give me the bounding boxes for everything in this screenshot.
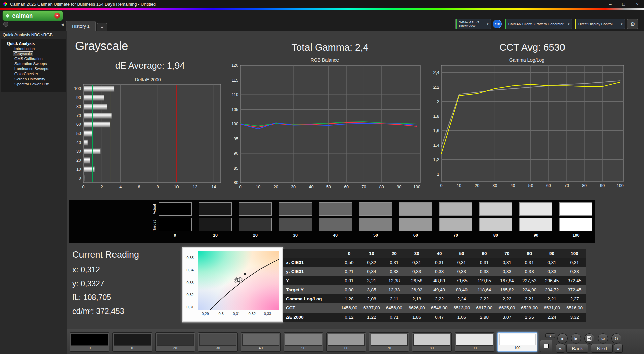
calman-logo-menu[interactable]: ❖ calman ▼ [3,11,63,21]
level-button-80[interactable]: 80 [412,332,452,352]
cell-target-y-10: 3,85 [360,287,383,292]
cie-diagram[interactable]: 0,350,340,330,320,310,290,30,310,320,33 [182,247,283,322]
level-button-10[interactable]: 10 [112,332,152,352]
infinity-icon: ∞ [601,336,605,341]
svg-text:10: 10 [76,167,81,172]
tree-root[interactable]: Quick Analysis [1,41,66,46]
cell-cct-50: 6513,00 [451,305,473,311]
close-button[interactable]: × [631,0,644,8]
svg-text:70: 70 [564,183,569,188]
tab-history-1[interactable]: History 1 [66,21,96,31]
table-col-0: 0 [338,251,360,256]
cell-gamma-log-log-10: 2,08 [360,296,383,301]
cell-e-2000-90: 2,24 [541,315,563,320]
target-swatch-100 [559,218,592,231]
plus-icon: + [101,25,103,30]
sidebar-item-introduction[interactable]: Introduction [13,46,36,51]
save-button[interactable] [584,333,594,344]
sidebar-collapse-button[interactable]: ◀ [59,22,65,27]
continuous-measure-button[interactable]: ∞ [598,333,608,344]
cell-cct-30: 6626,00 [406,305,428,311]
app-icon [3,2,7,6]
table-col-10: 10 [360,251,383,256]
pattern-window-button[interactable] [540,340,552,352]
cie-x-tick-0,33: 0,33 [261,312,274,316]
svg-text:8: 8 [157,185,159,189]
table-col-70: 70 [495,251,518,256]
target-swatch-90 [519,218,552,231]
settings-button[interactable]: ⚙ [627,19,638,29]
next-button[interactable]: Next [591,344,613,353]
cell-e-2000-10: 1,22 [360,315,383,320]
svg-text:10: 10 [256,185,260,189]
results-table: 0102030405060708090100x: CIE310,500,320,… [283,249,586,322]
strip-target-row [159,218,592,231]
sidebar-item-grayscale[interactable]: Grayscale [13,51,33,56]
cell-e-2000-80: 2,55 [518,315,541,320]
strip-label-row: 0102030405060708090100 [159,233,592,238]
back-skip-button[interactable]: « [556,344,565,353]
svg-text:30: 30 [291,185,296,189]
play-button[interactable]: ▶ [571,333,581,344]
loop-button[interactable]: ↻ [611,333,621,344]
window-title: Calman 2025 Calman Ultimate for Business… [10,2,156,7]
actual-swatch-60 [399,202,432,216]
meter-badge[interactable]: 718 [493,20,502,28]
cell-y-20: 12,38 [383,278,406,283]
level-button-20[interactable]: 20 [155,332,195,352]
level-label-0: 0 [71,346,108,350]
pattern-generator-select[interactable]: CalMAN Client 3 Pattern Generator ▼ [505,19,572,29]
add-tab-button[interactable]: + [97,23,107,31]
cell-target-y-20: 12,33 [383,287,406,292]
strip-level-label-100: 100 [559,233,592,238]
svg-text:1: 1 [437,172,439,177]
next-skip-button[interactable]: » [614,344,623,353]
deltae-chart: DeltaE 2000 0246810121410090807060504030… [69,76,227,191]
minimize-button[interactable]: – [604,0,617,8]
sidebar-item-cms-calibration[interactable]: CMS Calibration [13,56,44,61]
cell-x-cie31-10: 0,32 [360,260,383,265]
level-button-100[interactable]: 100 [497,332,537,352]
cie-y-tick-0,34: 0,34 [182,268,194,272]
cell-x-cie31-100: 0,31 [563,260,586,265]
svg-text:80: 80 [582,183,587,188]
meter-select[interactable]: X-Rite i1Pro 3 Direct View ▼ [455,19,491,29]
display-control-name: Direct Display Control [576,22,620,26]
cell-x-cie31-0: 0,50 [338,260,360,265]
maximize-button[interactable]: □ [617,0,631,8]
sidebar-item-saturation-sweeps[interactable]: Saturation Sweeps [13,61,49,66]
display-control-select[interactable]: Direct Display Control ▼ [575,19,625,29]
svg-text:90: 90 [76,95,81,100]
sidebar-item-luminance-sweeps[interactable]: Luminance Sweeps [13,66,50,71]
sidebar-item-screen-uniformity[interactable]: Screen Uniformity [13,77,46,81]
svg-text:10: 10 [174,185,179,189]
level-button-90[interactable]: 90 [455,332,494,352]
level-button-60[interactable]: 60 [326,332,366,352]
level-button-30[interactable]: 30 [198,332,238,352]
svg-text:20: 20 [475,183,479,188]
svg-text:110: 110 [232,92,238,97]
cell-target-y-100: 372,45 [563,287,586,292]
logo-dropdown-button[interactable]: ▼ [54,13,60,19]
cell-target-y-0: 0,00 [338,287,360,292]
svg-text:40: 40 [511,183,515,188]
actual-swatch-100 [559,202,592,216]
stop-button[interactable]: ■ [557,333,568,344]
level-button-40[interactable]: 40 [241,332,281,352]
cell-target-y-50: 80,40 [451,287,473,292]
scroll-up-button[interactable]: ▲ [545,333,555,338]
cie-y-tick-0,32: 0,32 [182,293,194,297]
sidebar-item-colorchecker[interactable]: ColorChecker [13,71,39,76]
target-swatch-10 [199,218,232,231]
level-button-0[interactable]: 0 [70,332,109,352]
level-button-50[interactable]: 50 [284,332,323,352]
sidebar-item-spectral-power-dist[interactable]: Spectral Power Dist. [13,82,51,86]
actual-swatch-70 [439,202,472,216]
back-button[interactable]: Back [566,344,588,353]
level-button-70[interactable]: 70 [369,332,409,352]
current-reading-title: Current Reading [72,249,139,260]
cell-y-cie31-60: 0,33 [473,269,495,274]
table-row-cct: CCT1456,006337,006456,006626,006548,0065… [283,303,586,313]
row-label: Gamma Log/Log [283,296,338,301]
panel-menu-button[interactable] [3,22,8,27]
